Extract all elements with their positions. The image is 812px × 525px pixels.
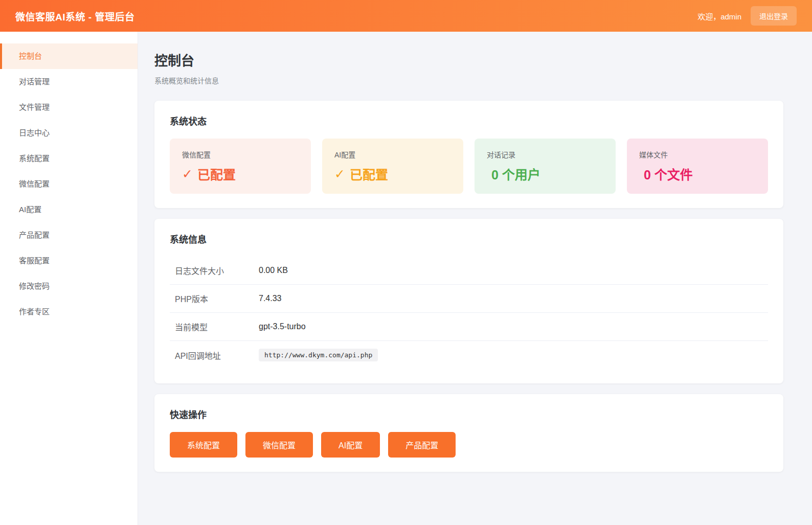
status-card: 对话记录 0 个用户 bbox=[475, 139, 616, 194]
status-card-label: 媒体文件 bbox=[639, 149, 756, 159]
layout-body: 控制台 对话管理 文件管理 日志中心 系统配置 微信配置 AI配置 产品配置 客… bbox=[0, 32, 812, 525]
info-row-label: PHP版本 bbox=[175, 292, 259, 305]
sidebar-item[interactable]: 微信配置 bbox=[0, 171, 138, 197]
system-info-panel: 系统信息 日志文件大小 0.00 KB PHP版本 7.4.33 当前模型 gp… bbox=[154, 219, 783, 383]
status-card-value: ✓ 已配置 bbox=[334, 165, 388, 183]
check-icon: ✓ bbox=[334, 167, 345, 181]
status-card-value-text: 已配置 bbox=[197, 165, 236, 183]
main-content: 控制台 系统概览和统计信息 系统状态 微信配置 ✓ 已配置 AI配置 ✓ 已配置… bbox=[138, 32, 812, 525]
status-card: AI配置 ✓ 已配置 bbox=[322, 139, 463, 194]
status-card-label: AI配置 bbox=[334, 149, 451, 159]
page-subtitle: 系统概览和统计信息 bbox=[154, 75, 783, 85]
sidebar-item[interactable]: 对话管理 bbox=[0, 69, 138, 95]
app-window: 微信客服AI系统 - 管理后台 欢迎，admin 退出登录 控制台 对话管理 文… bbox=[0, 0, 812, 525]
info-row-label: 当前模型 bbox=[175, 321, 259, 333]
status-card-value: ✓ 已配置 bbox=[182, 165, 236, 183]
top-header-bar: 微信客服AI系统 - 管理后台 欢迎，admin 退出登录 bbox=[0, 0, 812, 32]
info-row: PHP版本 7.4.33 bbox=[170, 285, 768, 313]
status-card: 媒体文件 0 个文件 bbox=[627, 139, 768, 194]
info-row-label: API回调地址 bbox=[175, 349, 259, 361]
system-info-rows: 日志文件大小 0.00 KB PHP版本 7.4.33 当前模型 gpt-3.5… bbox=[170, 257, 768, 369]
quick-actions-group: 系统配置 微信配置 AI配置 产品配置 bbox=[170, 432, 768, 458]
status-card-label: 对话记录 bbox=[487, 149, 603, 159]
system-info-title: 系统信息 bbox=[170, 232, 768, 245]
status-card-value-text: 已配置 bbox=[350, 165, 388, 183]
sidebar-item[interactable]: 文件管理 bbox=[0, 95, 138, 120]
quick-action-button[interactable]: 微信配置 bbox=[245, 432, 313, 458]
sidebar-item[interactable]: 修改密码 bbox=[0, 273, 138, 299]
system-status-title: 系统状态 bbox=[170, 114, 768, 127]
sidebar-item[interactable]: 产品配置 bbox=[0, 222, 138, 248]
page-title: 控制台 bbox=[154, 50, 783, 69]
status-card-value-text: 0 个文件 bbox=[644, 165, 693, 183]
quick-action-button[interactable]: 系统配置 bbox=[170, 432, 237, 458]
status-card: 微信配置 ✓ 已配置 bbox=[170, 139, 311, 194]
check-icon: ✓ bbox=[182, 167, 193, 181]
info-row: API回调地址 http://www.dkym.com/api.php bbox=[170, 341, 768, 369]
sidebar-item[interactable]: 控制台 bbox=[0, 43, 138, 69]
header-right-group: 欢迎，admin 退出登录 bbox=[697, 6, 797, 26]
info-row-label: 日志文件大小 bbox=[175, 264, 259, 277]
quick-action-button[interactable]: 产品配置 bbox=[388, 432, 456, 458]
status-card-grid: 微信配置 ✓ 已配置 AI配置 ✓ 已配置 对话记录 0 个用户 媒体文件 0 … bbox=[170, 139, 768, 194]
sidebar-item[interactable]: AI配置 bbox=[0, 197, 138, 222]
sidebar-item[interactable]: 日志中心 bbox=[0, 120, 138, 146]
sidebar-nav: 控制台 对话管理 文件管理 日志中心 系统配置 微信配置 AI配置 产品配置 客… bbox=[0, 32, 138, 525]
info-row: 当前模型 gpt-3.5-turbo bbox=[170, 313, 768, 341]
status-card-label: 微信配置 bbox=[182, 149, 299, 159]
status-card-value: 0 个用户 bbox=[487, 165, 540, 183]
info-row-value: gpt-3.5-turbo bbox=[259, 322, 306, 331]
info-row-value: 0.00 KB bbox=[259, 266, 288, 275]
sidebar-item[interactable]: 系统配置 bbox=[0, 146, 138, 171]
status-card-value-text: 0 个用户 bbox=[491, 165, 540, 183]
info-row-value: 7.4.33 bbox=[259, 294, 281, 303]
info-row-value: http://www.dkym.com/api.php bbox=[259, 349, 378, 361]
system-status-panel: 系统状态 微信配置 ✓ 已配置 AI配置 ✓ 已配置 对话记录 0 个用户 媒体… bbox=[154, 101, 783, 208]
status-card-value: 0 个文件 bbox=[639, 165, 693, 183]
welcome-text: 欢迎，admin bbox=[697, 11, 741, 21]
info-row: 日志文件大小 0.00 KB bbox=[170, 257, 768, 285]
logout-button[interactable]: 退出登录 bbox=[751, 6, 797, 26]
quick-action-button[interactable]: AI配置 bbox=[321, 432, 380, 458]
sidebar-item[interactable]: 作者专区 bbox=[0, 299, 138, 325]
quick-actions-panel: 快速操作 系统配置 微信配置 AI配置 产品配置 bbox=[154, 394, 783, 472]
app-title: 微信客服AI系统 - 管理后台 bbox=[15, 9, 134, 23]
sidebar-item[interactable]: 客服配置 bbox=[0, 248, 138, 273]
quick-actions-title: 快速操作 bbox=[170, 407, 768, 421]
